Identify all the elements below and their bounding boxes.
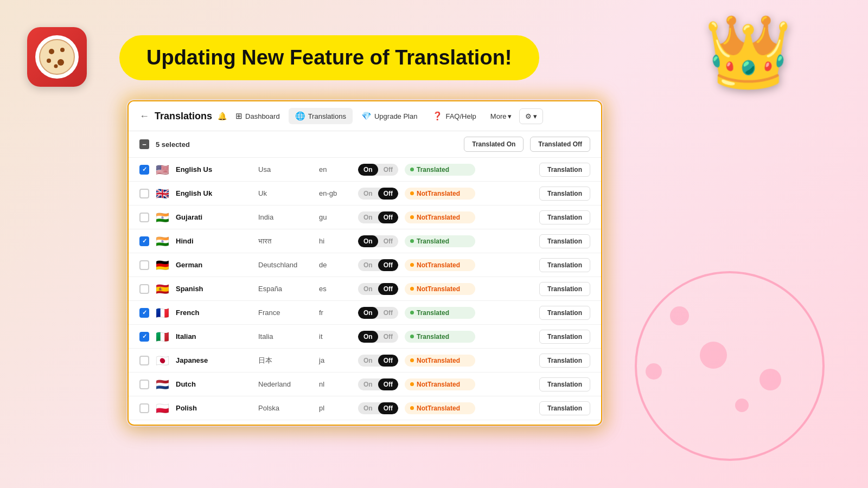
toggle-off-7[interactable]: Off — [378, 331, 398, 343]
status-dot-1 — [410, 191, 414, 195]
row-checkbox-8[interactable] — [139, 356, 149, 365]
bell-icon[interactable]: 🔔 — [218, 112, 227, 120]
flag-9: 🇳🇱 — [156, 378, 169, 391]
translation-button-10[interactable]: Translation — [539, 401, 590, 415]
toggle-off-10[interactable]: Off — [378, 402, 398, 414]
toggle-on-2[interactable]: On — [358, 211, 378, 223]
toggle-on-1[interactable]: On — [358, 188, 378, 200]
status-badge-9: NotTranslated — [405, 378, 475, 390]
toggle-off-1[interactable]: Off — [378, 188, 398, 200]
toggle-on-3[interactable]: On — [358, 235, 378, 247]
toggle-off-6[interactable]: Off — [378, 307, 398, 319]
translation-button-8[interactable]: Translation — [539, 354, 590, 368]
row-checkbox-6[interactable] — [139, 308, 149, 318]
code-8: ja — [319, 356, 352, 364]
svg-point-1 — [49, 49, 54, 54]
more-nav-button[interactable]: More ▾ — [485, 109, 518, 124]
code-9: nl — [319, 380, 352, 388]
status-badge-0: Translated — [405, 164, 475, 176]
banner: Updating New Feature of Translation! — [119, 35, 539, 80]
toggle-on-5[interactable]: On — [358, 283, 378, 295]
upgrade-label: Upgrade Plan — [374, 112, 418, 120]
app-icon-inner — [35, 35, 79, 79]
status-text-6: Translated — [417, 309, 449, 317]
dashboard-nav-button[interactable]: ⊞ Dashboard — [229, 108, 286, 124]
toggle-on-9[interactable]: On — [358, 378, 378, 390]
status-badge-5: NotTranslated — [405, 283, 475, 295]
main-panel: ← Translations 🔔 ⊞ Dashboard 🌐 Translati… — [127, 100, 602, 426]
translation-button-4[interactable]: Translation — [539, 258, 590, 272]
region-3: भारत — [258, 237, 312, 246]
status-text-2: NotTranslated — [417, 214, 460, 221]
flag-5: 🇪🇸 — [156, 282, 169, 296]
bg-dot-4 — [735, 399, 749, 412]
row-checkbox-4[interactable] — [139, 260, 149, 270]
toggle-off-4[interactable]: Off — [378, 259, 398, 271]
faq-nav-button[interactable]: ❓ FAQ/Help — [426, 108, 482, 124]
toggle-off-5[interactable]: Off — [378, 283, 398, 295]
toggle-on-7[interactable]: On — [358, 331, 378, 343]
translation-button-1[interactable]: Translation — [539, 187, 590, 201]
row-checkbox-7[interactable] — [139, 332, 149, 342]
status-text-7: Translated — [417, 333, 449, 341]
toggle-on-10[interactable]: On — [358, 402, 378, 414]
toggle-off-0[interactable]: Off — [378, 164, 398, 176]
table-row: 🇺🇸 English Us Usa en On Off Translated T… — [129, 158, 601, 182]
translation-button-7[interactable]: Translation — [539, 330, 590, 344]
toggle-on-8[interactable]: On — [358, 355, 378, 367]
region-6: France — [258, 309, 312, 317]
code-6: fr — [319, 309, 352, 317]
translations-nav-button[interactable]: 🌐 Translations — [289, 108, 353, 124]
translated-on-button[interactable]: Translated On — [464, 137, 524, 152]
page-title: Translations — [155, 111, 212, 122]
region-5: España — [258, 285, 312, 293]
toggle-off-3[interactable]: Off — [378, 235, 398, 247]
toggle-group-0: On Off — [358, 164, 398, 176]
select-all-checkbox[interactable] — [139, 139, 149, 149]
row-checkbox-9[interactable] — [139, 380, 149, 389]
row-checkbox-0[interactable] — [139, 165, 149, 175]
lang-name-4: German — [176, 261, 252, 269]
translation-button-3[interactable]: Translation — [539, 234, 590, 248]
row-checkbox-10[interactable] — [139, 403, 149, 413]
toggle-off-8[interactable]: Off — [378, 355, 398, 367]
toggle-group-2: On Off — [358, 211, 398, 223]
faq-label: FAQ/Help — [445, 112, 476, 120]
toggle-off-2[interactable]: Off — [378, 211, 398, 223]
toggle-group-4: On Off — [358, 259, 398, 271]
status-text-9: NotTranslated — [417, 381, 460, 388]
toggle-group-9: On Off — [358, 378, 398, 390]
region-8: 日本 — [258, 356, 312, 365]
back-button[interactable]: ← — [139, 111, 149, 122]
status-text-1: NotTranslated — [417, 190, 460, 197]
flag-6: 🇫🇷 — [156, 306, 169, 319]
row-checkbox-1[interactable] — [139, 189, 149, 198]
toggle-on-4[interactable]: On — [358, 259, 378, 271]
toggle-off-9[interactable]: Off — [378, 378, 398, 390]
row-checkbox-2[interactable] — [139, 213, 149, 222]
row-checkbox-5[interactable] — [139, 284, 149, 294]
flag-8: 🇯🇵 — [156, 354, 169, 367]
translation-button-6[interactable]: Translation — [539, 306, 590, 320]
lang-name-3: Hindi — [176, 237, 252, 245]
rows-container: 🇺🇸 English Us Usa en On Off Translated T… — [129, 158, 601, 425]
translation-button-5[interactable]: Translation — [539, 282, 590, 296]
translation-button-0[interactable]: Translation — [539, 163, 590, 177]
chevron-down-icon-2: ▾ — [533, 112, 537, 120]
code-3: hi — [319, 237, 352, 245]
filter-button[interactable]: ⚙ ▾ — [519, 108, 543, 124]
lang-name-5: Spanish — [176, 285, 252, 293]
table-row: 🇩🇪 German Deutschland de On Off NotTrans… — [129, 253, 601, 277]
table-row: 🇪🇸 Spanish España es On Off NotTranslate… — [129, 277, 601, 301]
lang-name-8: Japanese — [176, 356, 252, 364]
row-checkbox-3[interactable] — [139, 236, 149, 246]
toggle-on-0[interactable]: On — [358, 164, 378, 176]
translated-off-button[interactable]: Translated Off — [530, 137, 590, 152]
code-0: en — [319, 165, 352, 174]
translation-button-9[interactable]: Translation — [539, 377, 590, 391]
region-10: Polska — [258, 404, 312, 412]
upgrade-nav-button[interactable]: 💎 Upgrade Plan — [355, 108, 424, 124]
flag-4: 🇩🇪 — [156, 259, 169, 272]
translation-button-2[interactable]: Translation — [539, 210, 590, 224]
toggle-on-6[interactable]: On — [358, 307, 378, 319]
